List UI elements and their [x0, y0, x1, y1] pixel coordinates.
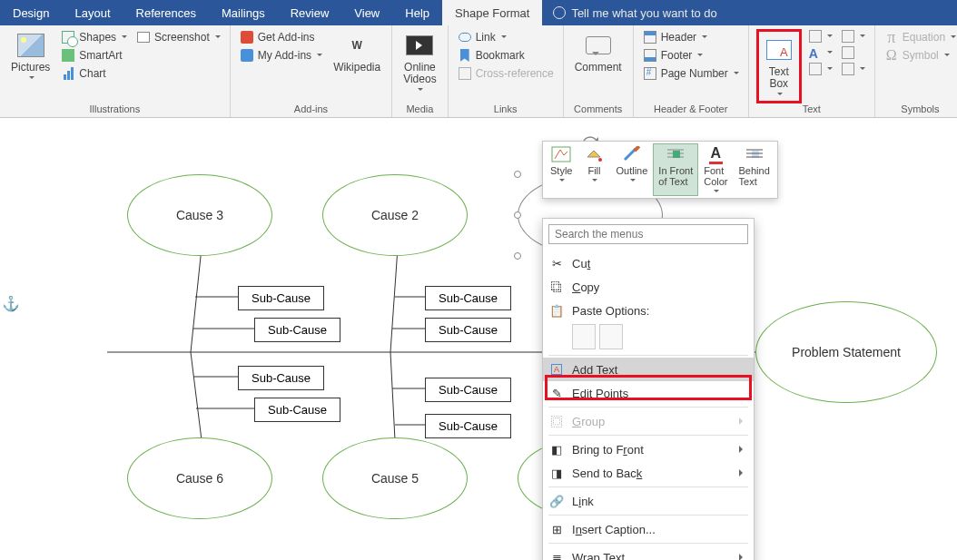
drop-cap-icon: [809, 63, 822, 75]
footer-button[interactable]: Footer: [641, 47, 741, 64]
sub-cause-box[interactable]: Sub-Cause: [254, 318, 340, 342]
tab-help[interactable]: Help: [392, 0, 442, 25]
add-text-icon: A: [548, 361, 565, 378]
menu-send-to-back[interactable]: ◨Send to Back: [543, 461, 754, 485]
svg-rect-22: [673, 151, 680, 158]
tab-references[interactable]: References: [123, 0, 209, 25]
cause-3-node[interactable]: Cause 3: [127, 174, 272, 256]
cross-reference-icon: [459, 67, 471, 80]
page-number-button[interactable]: Page Number: [641, 65, 741, 82]
pictures-button[interactable]: Pictures: [7, 29, 54, 83]
smartart-button[interactable]: SmartArt: [59, 47, 129, 64]
menu-add-text[interactable]: AAdd Text: [543, 358, 754, 381]
object-button[interactable]: [840, 62, 867, 76]
outline-button[interactable]: Outline: [610, 143, 653, 196]
cause-6-node[interactable]: Cause 6: [127, 437, 272, 519]
text-box-button[interactable]: Text Box: [761, 34, 797, 99]
menu-cut[interactable]: ✂Cut: [543, 251, 754, 275]
document-canvas[interactable]: ⚓ Cause 3 Cause 2 Cause 6 Cause 5 Proble…: [0, 118, 957, 560]
chart-icon: [64, 67, 74, 80]
wikipedia-button[interactable]: W Wikipedia: [330, 29, 384, 75]
quick-parts-icon: [809, 30, 822, 43]
tab-design[interactable]: Design: [0, 0, 62, 25]
sub-cause-box[interactable]: Sub-Cause: [425, 378, 511, 402]
picture-icon: [17, 34, 44, 57]
selection-handle[interactable]: [514, 211, 521, 219]
screenshot-button[interactable]: Screenshot: [134, 29, 222, 45]
date-time-button[interactable]: [840, 45, 867, 60]
online-videos-button[interactable]: Online Videos: [400, 29, 439, 94]
sub-cause-box[interactable]: Sub-Cause: [238, 286, 324, 310]
behind-text-button[interactable]: Behind Text: [734, 143, 775, 196]
signature-icon: [842, 30, 854, 43]
group-label-media: Media: [400, 102, 439, 117]
menu-copy[interactable]: ⿻Copy: [543, 275, 754, 299]
header-button[interactable]: Header: [641, 29, 741, 45]
sub-cause-box[interactable]: Sub-Cause: [238, 366, 324, 390]
quick-parts-button[interactable]: [807, 29, 834, 44]
paste-option-keep-source[interactable]: [572, 324, 596, 349]
cause-2-node[interactable]: Cause 2: [322, 174, 468, 256]
menu-cut-label: Cut: [572, 257, 590, 270]
menu-link-label: Link: [572, 495, 594, 508]
my-addins-button[interactable]: My Add-ins: [238, 47, 324, 64]
in-front-of-text-button[interactable]: In Front of Text: [653, 143, 698, 196]
equation-label: Equation: [903, 31, 945, 44]
sub-cause-box[interactable]: Sub-Cause: [425, 318, 511, 342]
group-label-hf: Header & Footer: [641, 102, 741, 117]
drop-cap-button[interactable]: [807, 62, 834, 76]
style-button[interactable]: Style: [545, 143, 577, 196]
chart-button[interactable]: Chart: [59, 65, 129, 82]
link-button[interactable]: Link: [456, 29, 556, 45]
header-icon: [644, 31, 656, 44]
sub-cause-label: Sub-Cause: [268, 323, 327, 337]
link-label: Link: [476, 31, 496, 44]
cause-5-node[interactable]: Cause 5: [322, 437, 468, 519]
sub-cause-box[interactable]: Sub-Cause: [425, 286, 511, 310]
selection-handle[interactable]: [514, 171, 521, 178]
problem-statement-label: Problem Statement: [792, 345, 901, 359]
style-icon: [551, 146, 571, 162]
sub-cause-label: Sub-Cause: [439, 291, 498, 305]
tab-review[interactable]: Review: [278, 0, 342, 25]
in-front-label: In Front of Text: [658, 165, 693, 187]
tab-mailings[interactable]: Mailings: [209, 0, 278, 25]
bookmark-button[interactable]: Bookmark: [456, 47, 556, 64]
tab-view[interactable]: View: [341, 0, 392, 25]
get-addins-button[interactable]: Get Add-ins: [238, 29, 324, 45]
fill-button[interactable]: Fill: [577, 143, 610, 196]
cut-icon: ✂: [548, 255, 565, 271]
tab-shape-format[interactable]: Shape Format: [442, 0, 542, 25]
comment-button[interactable]: Comment: [571, 29, 626, 75]
tell-me-search[interactable]: Tell me what you want to do: [542, 0, 727, 25]
group-label-comments: Comments: [571, 102, 626, 117]
cause-3-label: Cause 3: [176, 208, 223, 222]
object-icon: [842, 63, 854, 75]
problem-statement-node[interactable]: Problem Statement: [755, 301, 937, 403]
svg-line-4: [191, 352, 202, 440]
selection-handle[interactable]: [514, 252, 521, 260]
svg-line-2: [390, 248, 398, 352]
sub-cause-box[interactable]: Sub-Cause: [425, 414, 511, 438]
menu-send-back-label: Send to Back: [572, 467, 642, 480]
send-back-icon: ◨: [548, 465, 565, 481]
shapes-label: Shapes: [79, 31, 116, 44]
group-comments: Comment Comments: [564, 25, 634, 117]
sub-cause-box[interactable]: Sub-Cause: [254, 398, 340, 422]
menu-search-input[interactable]: [548, 224, 748, 244]
menu-link[interactable]: 🔗Link: [543, 489, 754, 513]
paste-option-picture[interactable]: [599, 324, 623, 349]
menu-insert-caption[interactable]: ⊞Insert Caption...: [543, 517, 754, 541]
tab-layout[interactable]: Layout: [62, 0, 123, 25]
font-color-button[interactable]: AFont Color: [698, 143, 733, 196]
wikipedia-icon: W: [351, 40, 361, 52]
shapes-button[interactable]: Shapes: [59, 29, 129, 45]
svg-line-1: [191, 248, 202, 352]
signature-line-button[interactable]: [840, 29, 867, 44]
wordart-button[interactable]: A: [807, 45, 834, 60]
menu-edit-points[interactable]: ✎Edit Points: [543, 381, 754, 405]
menu-wrap-text[interactable]: ≣Wrap Text: [543, 545, 754, 560]
wrap-front-icon: [666, 146, 686, 162]
menu-bring-to-front[interactable]: ◧Bring to Front: [543, 437, 754, 461]
menu-caption-label: Insert Caption...: [572, 523, 656, 536]
